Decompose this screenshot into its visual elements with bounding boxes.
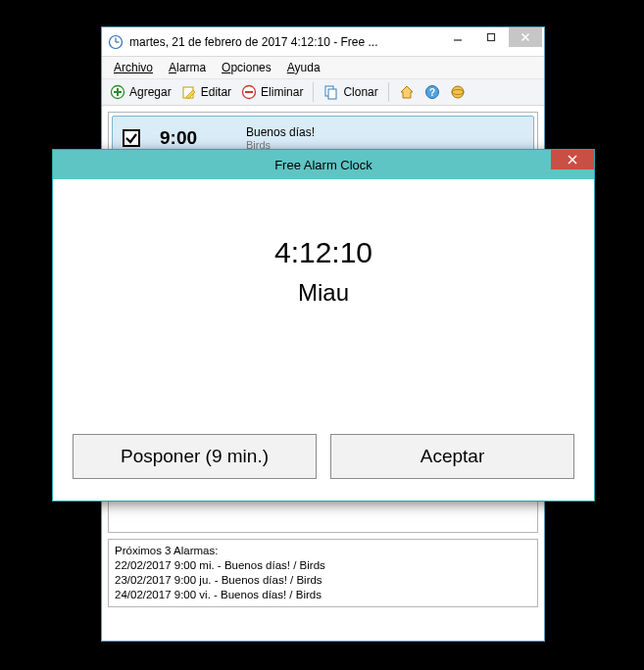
add-icon — [110, 84, 125, 100]
window-buttons — [441, 27, 542, 47]
snooze-label: Posponer (9 min.) — [121, 446, 269, 467]
help-button[interactable]: ? — [421, 82, 444, 102]
alarm-title: Buenos días! — [246, 125, 315, 139]
accept-button[interactable]: Aceptar — [330, 434, 574, 479]
clone-button[interactable]: Clonar — [320, 82, 381, 102]
accept-label: Aceptar — [421, 446, 484, 467]
upcoming-line-3: 24/02/2017 9:00 vi. - Buenos días! / Bir… — [115, 588, 531, 602]
dialog-body: 4:12:10 Miau Posponer (9 min.) Aceptar — [53, 179, 594, 501]
svg-rect-4 — [488, 34, 495, 41]
maximize-button[interactable] — [474, 27, 508, 47]
upcoming-header: Próximos 3 Alarmas: — [115, 544, 531, 558]
upcoming-line-1: 22/02/2017 9:00 mi. - Buenos días! / Bir… — [115, 558, 531, 573]
home-icon — [399, 84, 415, 100]
svg-text:?: ? — [429, 87, 435, 98]
dialog-titlebar: Free Alarm Clock — [53, 150, 594, 179]
dialog-time: 4:12:10 — [274, 236, 372, 269]
menubar: Archivo Alarma Opciones Ayuda — [102, 57, 544, 78]
edit-button[interactable]: Editar — [177, 82, 235, 102]
alarm-texts: Buenos días! Birds — [246, 125, 315, 151]
delete-label: Eliminar — [261, 85, 303, 99]
toolbar-separator-2 — [388, 82, 389, 102]
close-icon — [568, 155, 577, 165]
world-icon — [450, 84, 466, 100]
dialog-close-button[interactable] — [551, 150, 594, 169]
upcoming-panel: Próximos 3 Alarmas: 22/02/2017 9:00 mi. … — [108, 539, 538, 607]
toolbar-separator — [313, 82, 314, 102]
main-titlebar: martes, 21 de febrero de 2017 4:12:10 - … — [102, 27, 544, 57]
minimize-button[interactable] — [441, 27, 474, 47]
upcoming-line-2: 23/02/2017 9:00 ju. - Buenos días! / Bir… — [115, 573, 531, 588]
alarm-time: 9:00 — [160, 127, 238, 149]
menu-alarm[interactable]: Alarma — [161, 59, 214, 76]
delete-icon — [241, 84, 257, 100]
alarm-dialog: Free Alarm Clock 4:12:10 Miau Posponer (… — [52, 149, 595, 502]
edit-label: Editar — [201, 85, 231, 99]
clone-label: Clonar — [343, 85, 377, 99]
menu-options[interactable]: Opciones — [214, 59, 279, 76]
check-icon — [124, 131, 138, 145]
delete-button[interactable]: Eliminar — [237, 82, 307, 102]
edit-icon — [181, 84, 197, 100]
world-button[interactable] — [446, 82, 470, 102]
main-window-title: martes, 21 de febrero de 2017 4:12:10 - … — [129, 35, 441, 49]
close-icon — [520, 32, 530, 42]
menu-help[interactable]: Ayuda — [279, 59, 328, 76]
svg-rect-14 — [328, 89, 336, 99]
app-clock-icon — [108, 34, 124, 50]
add-button[interactable]: Agregar — [106, 82, 175, 102]
maximize-icon — [486, 32, 496, 42]
alarm-enabled-checkbox[interactable] — [123, 129, 140, 147]
dialog-title: Free Alarm Clock — [274, 158, 372, 172]
home-button[interactable] — [395, 82, 419, 102]
minimize-icon — [453, 32, 463, 42]
menu-file[interactable]: Archivo — [106, 59, 161, 76]
add-label: Agregar — [129, 85, 172, 99]
toolbar: Agregar Editar Eliminar Clonar — [102, 78, 544, 106]
help-icon: ? — [424, 84, 440, 100]
snooze-button[interactable]: Posponer (9 min.) — [73, 434, 317, 479]
dialog-center: 4:12:10 Miau — [73, 199, 574, 434]
close-button[interactable] — [509, 27, 542, 47]
dialog-message: Miau — [298, 279, 349, 307]
dialog-buttons: Posponer (9 min.) Aceptar — [73, 434, 574, 481]
clone-icon — [323, 84, 339, 100]
svg-point-17 — [452, 86, 464, 98]
